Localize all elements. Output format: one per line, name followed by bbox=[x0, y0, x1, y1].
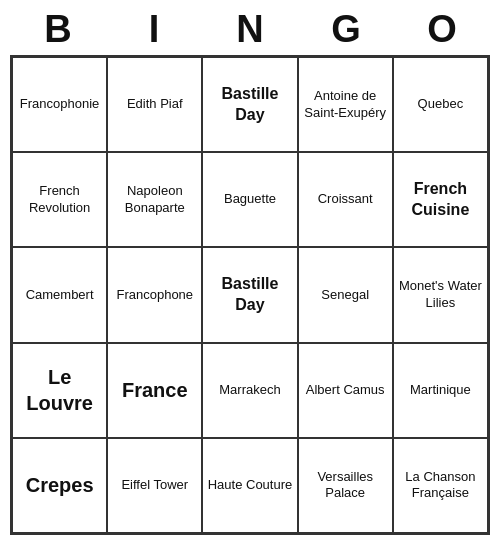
bingo-cell-16[interactable]: France bbox=[107, 343, 202, 438]
bingo-cell-21[interactable]: Eiffel Tower bbox=[107, 438, 202, 533]
header-letter-n: N bbox=[206, 8, 294, 51]
bingo-cell-1[interactable]: Edith Piaf bbox=[107, 57, 202, 152]
bingo-cell-20[interactable]: Crepes bbox=[12, 438, 107, 533]
bingo-cell-19[interactable]: Martinique bbox=[393, 343, 488, 438]
header-letter-o: O bbox=[398, 8, 486, 51]
bingo-cell-0[interactable]: Francophonie bbox=[12, 57, 107, 152]
bingo-cell-13[interactable]: Senegal bbox=[298, 247, 393, 342]
header-letter-b: B bbox=[14, 8, 102, 51]
bingo-cell-14[interactable]: Monet's Water Lilies bbox=[393, 247, 488, 342]
bingo-cell-12[interactable]: Bastille Day bbox=[202, 247, 297, 342]
bingo-cell-23[interactable]: Versailles Palace bbox=[298, 438, 393, 533]
header-letter-i: I bbox=[110, 8, 198, 51]
bingo-cell-24[interactable]: La Chanson Française bbox=[393, 438, 488, 533]
bingo-header: BINGO bbox=[10, 0, 490, 55]
bingo-grid: FrancophonieEdith PiafBastille DayAntoin… bbox=[10, 55, 490, 535]
bingo-cell-9[interactable]: French Cuisine bbox=[393, 152, 488, 247]
bingo-cell-11[interactable]: Francophone bbox=[107, 247, 202, 342]
bingo-cell-3[interactable]: Antoine de Saint-Exupéry bbox=[298, 57, 393, 152]
header-letter-g: G bbox=[302, 8, 390, 51]
bingo-cell-17[interactable]: Marrakech bbox=[202, 343, 297, 438]
bingo-cell-7[interactable]: Baguette bbox=[202, 152, 297, 247]
bingo-cell-18[interactable]: Albert Camus bbox=[298, 343, 393, 438]
bingo-cell-10[interactable]: Camembert bbox=[12, 247, 107, 342]
bingo-cell-2[interactable]: Bastille Day bbox=[202, 57, 297, 152]
bingo-cell-15[interactable]: Le Louvre bbox=[12, 343, 107, 438]
bingo-cell-8[interactable]: Croissant bbox=[298, 152, 393, 247]
bingo-cell-6[interactable]: Napoleon Bonaparte bbox=[107, 152, 202, 247]
bingo-cell-22[interactable]: Haute Couture bbox=[202, 438, 297, 533]
bingo-cell-5[interactable]: French Revolution bbox=[12, 152, 107, 247]
bingo-cell-4[interactable]: Quebec bbox=[393, 57, 488, 152]
